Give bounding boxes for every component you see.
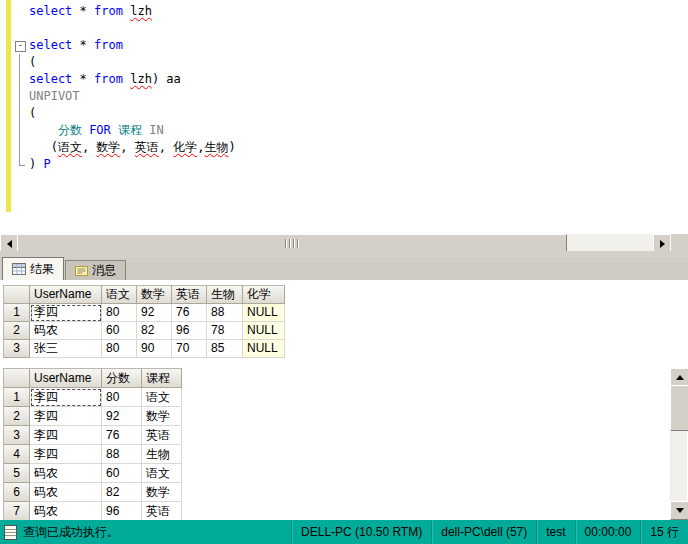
status-user: dell-PC\dell (57) bbox=[431, 520, 536, 544]
grid-column-header[interactable]: 英语 bbox=[172, 286, 207, 304]
code-line[interactable] bbox=[12, 20, 688, 37]
grid-column-header[interactable]: 生物 bbox=[207, 286, 243, 304]
grid-row-number[interactable]: 2 bbox=[4, 407, 30, 426]
grid-cell[interactable]: 码农 bbox=[30, 483, 102, 502]
grid-cell[interactable]: 96 bbox=[172, 322, 207, 340]
grid-cell[interactable]: 码农 bbox=[30, 464, 102, 483]
grid-row: 2李四92数学 bbox=[4, 407, 182, 426]
code-line[interactable]: select * from lzh) aa bbox=[12, 71, 688, 88]
grid-column-header[interactable]: 化学 bbox=[243, 286, 285, 304]
code-area[interactable]: select * from lzh-select * from(select *… bbox=[12, 3, 688, 173]
grid-column-header[interactable]: UserName bbox=[30, 369, 102, 388]
editor-h-scrollbar[interactable] bbox=[0, 234, 688, 251]
fold-margin bbox=[12, 105, 29, 122]
grid-cell[interactable]: NULL bbox=[243, 304, 285, 322]
grid-row: 1李四80927688NULL bbox=[4, 304, 285, 322]
grid-cell[interactable]: NULL bbox=[243, 322, 285, 340]
grid-row-number[interactable]: 7 bbox=[4, 502, 30, 520]
code-text: select * from bbox=[29, 37, 123, 54]
grid-cell[interactable]: 88 bbox=[207, 304, 243, 322]
code-text: ( bbox=[29, 54, 36, 71]
grid-row-number[interactable]: 1 bbox=[4, 388, 30, 407]
grid-cell[interactable]: 70 bbox=[172, 340, 207, 358]
grid-cell[interactable]: 76 bbox=[102, 426, 142, 445]
grid-cell[interactable]: 数学 bbox=[142, 483, 182, 502]
results-grid-icon bbox=[12, 263, 26, 275]
grid-row-number[interactable]: 5 bbox=[4, 464, 30, 483]
grid-corner-cell[interactable] bbox=[4, 369, 30, 388]
grid-cell[interactable]: 李四 bbox=[30, 426, 102, 445]
grid-cell[interactable]: 李四 bbox=[30, 445, 102, 464]
grid-cell[interactable]: 82 bbox=[102, 483, 142, 502]
results-grid-2: UserName分数课程1李四80语文2李四92数学3李四76英语4李四88生物… bbox=[3, 368, 182, 520]
code-line[interactable]: (语文, 数学, 英语, 化学,生物) bbox=[12, 139, 688, 156]
grid-row-number[interactable]: 2 bbox=[4, 322, 30, 340]
grid-column-header[interactable]: 语文 bbox=[102, 286, 137, 304]
grid-cell[interactable]: 李四 bbox=[30, 407, 102, 426]
code-line[interactable]: UNPIVOT bbox=[12, 88, 688, 105]
grid-row-number[interactable]: 4 bbox=[4, 445, 30, 464]
grid-cell[interactable]: 92 bbox=[137, 304, 172, 322]
grid-column-header[interactable]: 课程 bbox=[142, 369, 182, 388]
grid-cell[interactable]: 88 bbox=[102, 445, 142, 464]
grid-cell[interactable]: 90 bbox=[137, 340, 172, 358]
grid-cell[interactable]: 张三 bbox=[30, 340, 102, 358]
grid-cell[interactable]: 78 bbox=[207, 322, 243, 340]
grid-cell[interactable]: 英语 bbox=[142, 502, 182, 520]
v-scrollbar-thumb[interactable] bbox=[670, 385, 688, 431]
grid-cell[interactable]: 语文 bbox=[142, 464, 182, 483]
code-line[interactable]: -select * from bbox=[12, 37, 688, 54]
grid-cell[interactable]: 李四 bbox=[30, 304, 102, 322]
grid-row-number[interactable]: 3 bbox=[4, 426, 30, 445]
code-line[interactable]: ( bbox=[12, 54, 688, 71]
code-line[interactable]: 分数 FOR 课程 IN bbox=[12, 122, 688, 139]
fold-margin bbox=[12, 139, 29, 156]
results-grid-1: UserName语文数学英语生物化学1李四80927688NULL2码农6082… bbox=[3, 285, 285, 358]
code-line[interactable]: ) P bbox=[12, 156, 688, 173]
grid-cell[interactable]: 生物 bbox=[142, 445, 182, 464]
tab-messages[interactable]: 消息 bbox=[65, 260, 126, 280]
grid-column-header[interactable]: 数学 bbox=[137, 286, 172, 304]
grid-cell[interactable]: 82 bbox=[137, 322, 172, 340]
fold-margin bbox=[12, 122, 29, 139]
grid-cell[interactable]: NULL bbox=[243, 340, 285, 358]
grid-row-number[interactable]: 3 bbox=[4, 340, 30, 358]
fold-margin bbox=[12, 71, 29, 88]
grid-cell[interactable]: 85 bbox=[207, 340, 243, 358]
results-tabstrip: 结果 消息 bbox=[0, 258, 688, 280]
pane-splitter[interactable] bbox=[0, 251, 688, 258]
grid-v-scrollbar[interactable] bbox=[670, 368, 687, 520]
grid-header-row: UserName语文数学英语生物化学 bbox=[4, 286, 285, 304]
code-line[interactable]: select * from lzh bbox=[12, 3, 688, 20]
grid-column-header[interactable]: UserName bbox=[30, 286, 102, 304]
grid-cell[interactable]: 码农 bbox=[30, 322, 102, 340]
grid-cell[interactable]: 码农 bbox=[30, 502, 102, 520]
code-text: ( bbox=[29, 105, 36, 122]
grid-row: 3李四76英语 bbox=[4, 426, 182, 445]
grid-cell[interactable]: 76 bbox=[172, 304, 207, 322]
sql-editor[interactable]: select * from lzh-select * from(select *… bbox=[0, 0, 688, 234]
code-text: (语文, 数学, 英语, 化学,生物) bbox=[29, 139, 236, 156]
grid-cell[interactable]: 语文 bbox=[142, 388, 182, 407]
grid-cell[interactable]: 80 bbox=[102, 388, 142, 407]
grid-cell[interactable]: 英语 bbox=[142, 426, 182, 445]
grid-cell[interactable]: 80 bbox=[102, 304, 137, 322]
grid-row-number[interactable]: 6 bbox=[4, 483, 30, 502]
code-text: select * from lzh) aa bbox=[29, 71, 181, 88]
grid-cell[interactable]: 96 bbox=[102, 502, 142, 520]
grid-cell[interactable]: 李四 bbox=[30, 388, 102, 407]
results-pane: UserName语文数学英语生物化学1李四80927688NULL2码农6082… bbox=[0, 280, 688, 520]
grid-column-header[interactable]: 分数 bbox=[102, 369, 142, 388]
grid-corner-cell[interactable] bbox=[4, 286, 30, 304]
collapse-minus-icon[interactable]: - bbox=[15, 41, 26, 52]
tab-results[interactable]: 结果 bbox=[2, 257, 64, 280]
code-line[interactable]: ( bbox=[12, 105, 688, 122]
grid-cell[interactable]: 80 bbox=[102, 340, 137, 358]
grid-cell[interactable]: 60 bbox=[102, 464, 142, 483]
grid-cell[interactable]: 60 bbox=[102, 322, 137, 340]
grid-row-number[interactable]: 1 bbox=[4, 304, 30, 322]
scroll-down-button[interactable] bbox=[670, 501, 688, 520]
fold-collapse-toggle[interactable]: - bbox=[12, 37, 29, 54]
grid-cell[interactable]: 92 bbox=[102, 407, 142, 426]
grid-cell[interactable]: 数学 bbox=[142, 407, 182, 426]
